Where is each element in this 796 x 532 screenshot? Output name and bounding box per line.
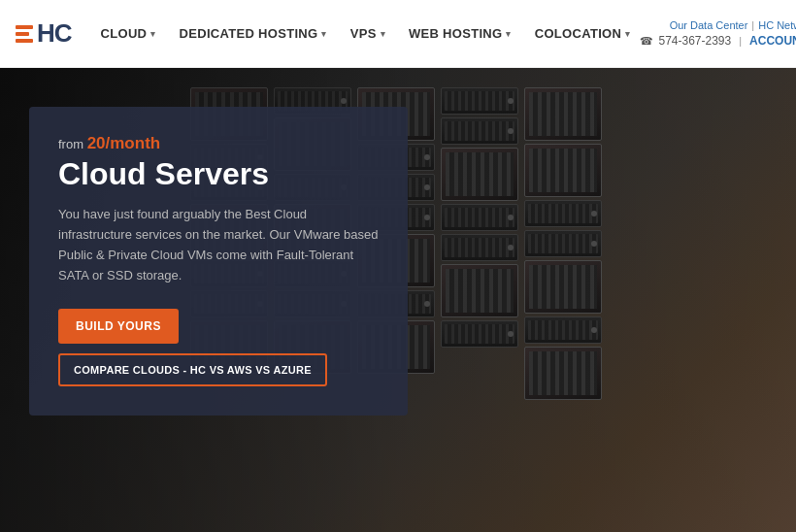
main-nav: CLOUD ▾ DEDICATED HOSTING ▾ VPS ▾ WEB HO… [91, 20, 641, 47]
chevron-down-icon: ▾ [321, 29, 326, 39]
logo-text: HC [37, 18, 72, 49]
top-links: Our Data Center | HC Network | Blog [670, 19, 796, 31]
logo[interactable]: HC [16, 18, 72, 49]
our-data-center-link[interactable]: Our Data Center [670, 19, 748, 31]
chevron-down-icon: ▾ [506, 29, 511, 39]
chevron-down-icon: ▾ [625, 29, 630, 39]
nav-dedicated-hosting[interactable]: DEDICATED HOSTING ▾ [170, 20, 337, 47]
main-header: HC CLOUD ▾ DEDICATED HOSTING ▾ VPS ▾ WEB… [0, 0, 796, 68]
logo-icon [16, 25, 33, 43]
from-label: from [58, 137, 83, 151]
nav-vps[interactable]: VPS ▾ [341, 20, 395, 47]
hero-card: from 20/month Cloud Servers You have jus… [29, 107, 408, 416]
nav-cloud[interactable]: CLOUD ▾ [91, 20, 166, 47]
nav-colocation[interactable]: COLOCATION ▾ [525, 20, 641, 47]
from-price: from 20/month [58, 134, 379, 153]
build-yours-button[interactable]: BUILD YOURS [58, 309, 179, 344]
header-right: Our Data Center | HC Network | Blog ☎ 57… [640, 19, 796, 48]
hero-description: You have just found arguably the Best Cl… [58, 205, 379, 285]
hero-section: from 20/month Cloud Servers You have jus… [0, 68, 796, 532]
hero-buttons: BUILD YOURS COMPARE CLOUDS - HC VS AWS V… [58, 309, 379, 386]
price-value: 20/month [87, 134, 161, 152]
hc-network-link[interactable]: HC Network [758, 19, 796, 31]
phone-number: 574-367-2393 [658, 34, 731, 48]
compare-clouds-button[interactable]: COMPARE CLOUDS - HC VS AWS VS AZURE [58, 353, 327, 386]
contact-area: ☎ 574-367-2393 | ACCOUNT LOGIN [640, 34, 796, 48]
chevron-down-icon: ▾ [150, 29, 155, 39]
account-login-link[interactable]: ACCOUNT LOGIN [749, 34, 796, 48]
nav-web-hosting[interactable]: WEB HOSTING ▾ [399, 20, 521, 47]
chevron-down-icon: ▾ [381, 29, 385, 39]
phone-icon: ☎ [640, 35, 653, 48]
hero-title: Cloud Servers [58, 157, 379, 191]
